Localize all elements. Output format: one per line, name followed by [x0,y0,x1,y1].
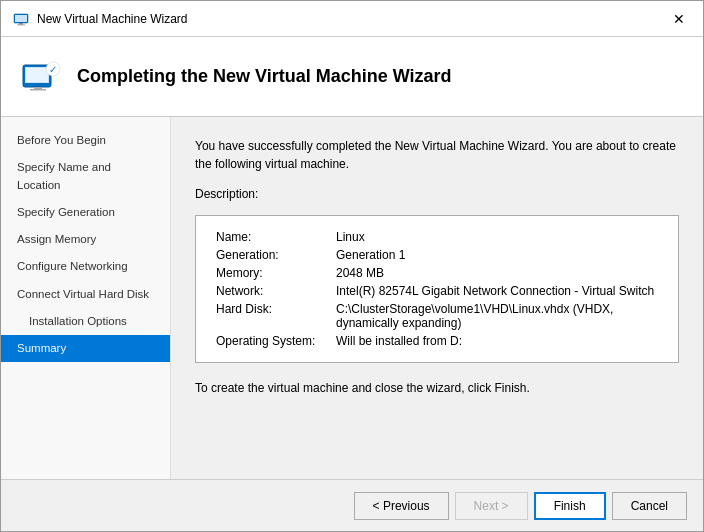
svg-rect-6 [34,87,42,89]
table-row: Memory:2048 MB [212,264,662,282]
table-row: Hard Disk:C:\ClusterStorage\volume1\VHD\… [212,300,662,332]
table-row: Operating System:Will be installed from … [212,332,662,350]
content-area: Before You BeginSpecify Name and Locatio… [1,117,703,479]
sidebar-item: Summary [1,335,170,362]
sidebar-item[interactable]: Specify Name and Location [1,154,170,199]
desc-value: Will be installed from D: [332,332,662,350]
finish-button[interactable]: Finish [534,492,606,520]
svg-rect-2 [19,23,23,25]
description-box: Name:LinuxGeneration:Generation 1Memory:… [195,215,679,363]
desc-key: Memory: [212,264,332,282]
previous-button[interactable]: < Previous [354,492,449,520]
cancel-button[interactable]: Cancel [612,492,687,520]
sidebar-item[interactable]: Assign Memory [1,226,170,253]
desc-key: Operating System: [212,332,332,350]
finish-note: To create the virtual machine and close … [195,379,679,397]
svg-rect-1 [15,15,27,22]
wizard-header-icon: ✓ [21,61,61,93]
close-button[interactable]: ✕ [667,9,691,29]
footer: < Previous Next > Finish Cancel [1,479,703,531]
sidebar-item[interactable]: Installation Options [1,308,170,335]
desc-key: Generation: [212,246,332,264]
svg-rect-8 [26,68,48,82]
desc-value: Linux [332,228,662,246]
table-row: Name:Linux [212,228,662,246]
title-bar: New Virtual Machine Wizard ✕ [1,1,703,37]
sidebar-item[interactable]: Configure Networking [1,253,170,280]
desc-value: C:\ClusterStorage\volume1\VHD\Linux.vhdx… [332,300,662,332]
svg-rect-3 [17,24,25,25]
wizard-header-title: Completing the New Virtual Machine Wizar… [77,66,452,87]
main-content: You have successfully completed the New … [171,117,703,479]
table-row: Generation:Generation 1 [212,246,662,264]
wizard-window: New Virtual Machine Wizard ✕ ✓ Completin… [0,0,704,532]
intro-text: You have successfully completed the New … [195,137,679,173]
wizard-header: ✓ Completing the New Virtual Machine Wiz… [1,37,703,117]
title-bar-left: New Virtual Machine Wizard [13,11,188,27]
sidebar-item[interactable]: Specify Generation [1,199,170,226]
sidebar-item[interactable]: Connect Virtual Hard Disk [1,281,170,308]
sidebar-item[interactable]: Before You Begin [1,127,170,154]
desc-key: Name: [212,228,332,246]
table-row: Network:Intel(R) 82574L Gigabit Network … [212,282,662,300]
description-table: Name:LinuxGeneration:Generation 1Memory:… [212,228,662,350]
desc-value: Intel(R) 82574L Gigabit Network Connecti… [332,282,662,300]
window-title: New Virtual Machine Wizard [37,12,188,26]
title-icon [13,11,29,27]
desc-key: Hard Disk: [212,300,332,332]
svg-rect-7 [30,89,46,91]
next-button: Next > [455,492,528,520]
desc-key: Network: [212,282,332,300]
svg-text:✓: ✓ [49,64,57,75]
description-label: Description: [195,185,679,203]
desc-value: Generation 1 [332,246,662,264]
desc-value: 2048 MB [332,264,662,282]
sidebar: Before You BeginSpecify Name and Locatio… [1,117,171,479]
